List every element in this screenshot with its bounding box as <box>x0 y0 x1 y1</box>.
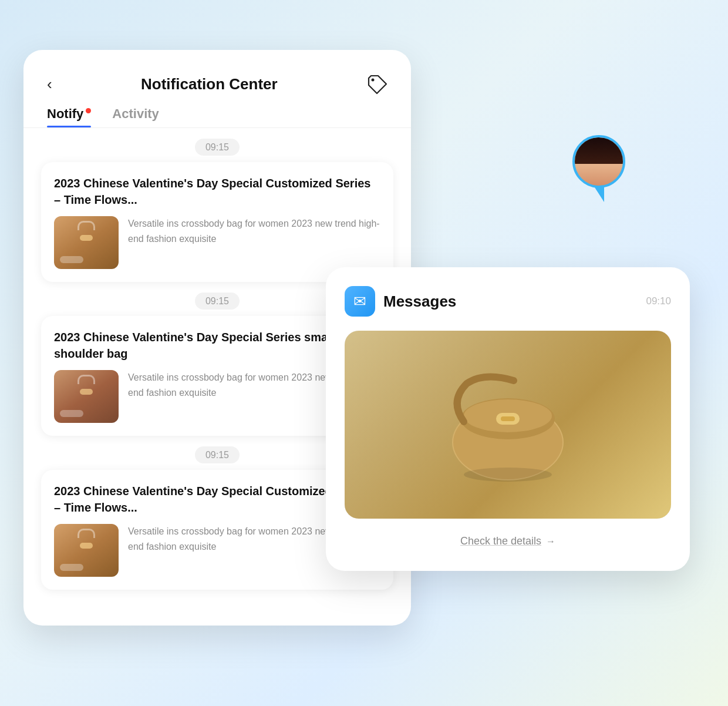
messages-product-image <box>345 331 671 519</box>
avatar-hair <box>575 137 623 164</box>
bag-handle-3 <box>77 529 95 538</box>
notification-item-1[interactable]: 2023 Chinese Valentine's Day Special Cus… <box>41 162 393 282</box>
back-button[interactable]: ‹ <box>47 75 52 93</box>
check-details-link[interactable]: Check the details <box>460 535 541 547</box>
avatar-face <box>575 137 623 186</box>
svg-point-0 <box>372 79 375 82</box>
avatar-pin <box>572 135 625 202</box>
product-image-1 <box>54 216 119 269</box>
svg-rect-6 <box>501 416 515 421</box>
bag-clasp-3 <box>80 543 93 549</box>
notification-row-1: Versatile ins crossbody bag for women 20… <box>54 216 380 269</box>
messages-card: ✉ Messages 09:10 <box>326 267 690 571</box>
svg-point-7 <box>464 468 552 482</box>
notification-desc-1: Versatile ins crossbody bag for women 20… <box>128 216 380 269</box>
avatar-circle <box>572 135 625 188</box>
shoulder-bag-svg <box>432 366 584 483</box>
tab-activity[interactable]: Activity <box>112 106 159 127</box>
bag-decoration-1 <box>60 256 83 263</box>
tab-notify[interactable]: Notify <box>47 106 91 127</box>
bag-handle-2 <box>77 375 95 384</box>
notification-header: ‹ Notification Center <box>23 50 411 106</box>
notification-center-title: Notification Center <box>141 75 278 93</box>
messages-header: ✉ Messages 09:10 <box>345 286 671 317</box>
bag-product-illustration <box>345 331 671 519</box>
tabs-row: Notify Activity <box>23 106 411 127</box>
timestamp-1: 09:15 <box>41 142 393 153</box>
bag-decoration-2 <box>60 410 83 417</box>
messages-time: 09:10 <box>646 295 671 307</box>
avatar-pin-triangle <box>594 186 604 202</box>
messages-icon-wrap: ✉ <box>345 286 375 317</box>
check-details-arrow: → <box>546 536 555 546</box>
messages-title: Messages <box>383 293 456 311</box>
tag-icon[interactable] <box>366 73 387 95</box>
envelope-icon: ✉ <box>353 293 366 311</box>
bag-clasp-2 <box>80 389 93 395</box>
notify-dot <box>86 108 91 113</box>
bag-clasp-1 <box>80 235 93 241</box>
product-image-3 <box>54 524 119 577</box>
bag-handle-1 <box>77 221 95 230</box>
messages-title-group: ✉ Messages <box>345 286 456 317</box>
product-image-2 <box>54 370 119 423</box>
check-details-row[interactable]: Check the details→ <box>345 530 671 552</box>
notification-title-1: 2023 Chinese Valentine's Day Special Cus… <box>54 175 380 208</box>
bag-decoration-3 <box>60 564 83 571</box>
